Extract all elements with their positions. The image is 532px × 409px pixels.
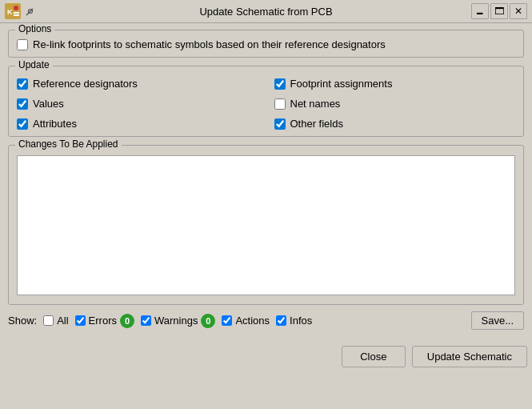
- options-group: Options Re-link footprints to schematic …: [8, 30, 524, 58]
- other-fields-checkbox[interactable]: [274, 118, 286, 130]
- show-errors-label: Errors: [89, 315, 117, 327]
- pin-icon: [25, 6, 36, 17]
- minimize-button[interactable]: 🗕: [471, 3, 489, 19]
- other-fields-row: Other fields: [274, 118, 516, 130]
- dialog-body: Options Re-link footprints to schematic …: [0, 23, 532, 343]
- net-names-row: Net names: [274, 98, 516, 110]
- show-all-item: All: [43, 315, 68, 327]
- dialog-title: Update Schematic from PCB: [199, 6, 332, 18]
- show-bar: Show: All Errors 0 Warnings 0 Actions In…: [8, 311, 524, 330]
- footprint-assignments-label: Footprint assignments: [290, 78, 393, 90]
- svg-rect-4: [14, 14, 19, 16]
- show-warnings-item: Warnings 0: [141, 314, 215, 328]
- attributes-label: Attributes: [33, 118, 77, 130]
- attributes-row: Attributes: [17, 118, 258, 130]
- title-bar-left: K: [5, 3, 37, 19]
- show-errors-checkbox[interactable]: [75, 315, 86, 326]
- footprint-assignments-checkbox[interactable]: [274, 78, 286, 90]
- ref-designators-checkbox[interactable]: [17, 78, 28, 90]
- svg-line-7: [26, 14, 28, 15]
- update-grid: Reference designators Footprint assignme…: [17, 73, 515, 130]
- svg-text:K: K: [7, 8, 13, 16]
- show-actions-item: Actions: [222, 315, 270, 327]
- attributes-checkbox[interactable]: [17, 118, 28, 130]
- relink-label: Re-link footprints to schematic symbols …: [33, 38, 386, 50]
- update-legend: Update: [15, 59, 53, 70]
- ref-designators-row: Reference designators: [17, 78, 258, 90]
- options-legend: Options: [15, 23, 54, 34]
- net-names-label: Net names: [290, 98, 341, 110]
- show-warnings-label: Warnings: [154, 315, 198, 327]
- close-button[interactable]: ✕: [510, 3, 527, 19]
- show-label: Show:: [8, 315, 37, 327]
- values-row: Values: [17, 98, 258, 110]
- relink-row: Re-link footprints to schematic symbols …: [17, 38, 515, 50]
- warnings-badge: 0: [201, 314, 215, 328]
- show-infos-item: Infos: [276, 315, 312, 327]
- show-actions-checkbox[interactable]: [222, 315, 232, 326]
- update-schematic-button[interactable]: Update Schematic: [412, 346, 527, 367]
- show-all-checkbox[interactable]: [43, 315, 54, 326]
- close-button[interactable]: Close: [342, 346, 406, 367]
- show-actions-label: Actions: [235, 315, 270, 327]
- footprint-assignments-row: Footprint assignments: [274, 78, 516, 90]
- title-bar: K Update Schematic from PCB 🗕 🗖 ✕: [0, 0, 532, 23]
- net-names-checkbox[interactable]: [274, 98, 286, 110]
- svg-point-2: [14, 6, 18, 10]
- changes-group: Changes To Be Applied: [8, 145, 524, 305]
- app-icon: K: [5, 3, 21, 19]
- svg-rect-3: [14, 12, 19, 14]
- show-infos-checkbox[interactable]: [276, 315, 286, 326]
- show-infos-label: Infos: [290, 315, 312, 327]
- maximize-button[interactable]: 🗖: [490, 3, 508, 19]
- save-button[interactable]: Save...: [471, 311, 524, 330]
- values-label: Values: [33, 98, 64, 110]
- show-errors-item: Errors 0: [75, 314, 134, 328]
- values-checkbox[interactable]: [17, 98, 28, 110]
- update-group: Update Reference designators Footprint a…: [8, 66, 524, 137]
- show-all-label: All: [57, 315, 68, 327]
- changes-legend: Changes To Be Applied: [15, 138, 122, 150]
- bottom-bar: Close Update Schematic: [0, 343, 532, 371]
- relink-checkbox[interactable]: [17, 39, 28, 50]
- ref-designators-label: Reference designators: [33, 78, 138, 90]
- changes-textarea[interactable]: [17, 155, 515, 295]
- other-fields-label: Other fields: [290, 118, 343, 130]
- show-warnings-checkbox[interactable]: [141, 315, 151, 326]
- title-bar-controls: 🗕 🗖 ✕: [471, 3, 527, 19]
- errors-badge: 0: [120, 314, 134, 328]
